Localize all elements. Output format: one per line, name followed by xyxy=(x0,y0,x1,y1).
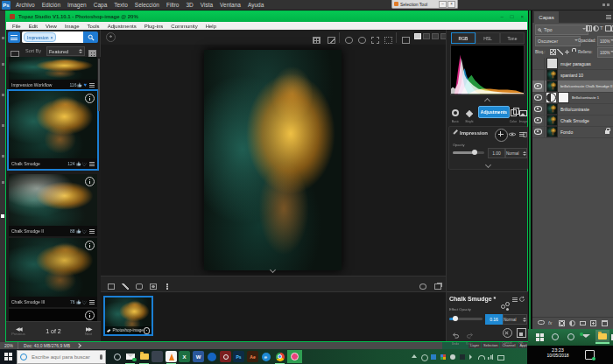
preset-card[interactable]: Chalk Smudge II 88 ♡ xyxy=(9,174,97,236)
preset-menu-icon[interactable] xyxy=(89,229,95,234)
stepper-icon[interactable] xyxy=(523,316,526,324)
microphone-icon[interactable] xyxy=(100,354,102,360)
opacity-value-select[interactable]: 100% xyxy=(597,36,613,46)
maximize-icon[interactable]: □ xyxy=(511,14,514,19)
share-icon[interactable] xyxy=(501,302,508,309)
info-icon[interactable] xyxy=(85,311,95,320)
image-button[interactable]: Image xyxy=(518,104,528,123)
tab-rgb[interactable]: RGB xyxy=(451,32,476,44)
ok-button[interactable]: OK xyxy=(516,326,526,345)
thumbs-up-icon[interactable] xyxy=(77,82,82,88)
layer-row-selected[interactable]: brillo/contraste Chalk Smudge II xyxy=(532,80,613,93)
filter-pixel-icon[interactable] xyxy=(586,25,592,32)
minimize-icon[interactable]: – xyxy=(501,14,504,19)
tab-hsl[interactable]: HSL xyxy=(476,32,500,44)
tray-app-icon[interactable] xyxy=(450,354,455,360)
menu-3d[interactable]: 3D xyxy=(186,2,193,8)
visibility-toggle[interactable] xyxy=(532,115,545,126)
menu-ventana[interactable]: Ventana xyxy=(220,2,241,8)
visibility-toggle[interactable] xyxy=(532,80,545,92)
visibility-toggle[interactable] xyxy=(532,103,545,115)
thumbs-up-icon[interactable] xyxy=(76,228,81,234)
file-explorer-active[interactable] xyxy=(595,330,609,344)
tab-selection[interactable]: Selection xyxy=(482,341,499,348)
favorite-heart-icon[interactable]: ♥ xyxy=(83,82,87,88)
collapse-chevron-icon[interactable] xyxy=(484,98,490,104)
search-input[interactable] xyxy=(30,354,95,360)
tray-battery-icon[interactable] xyxy=(497,355,504,360)
menu-adjustments[interactable]: Adjustments xyxy=(108,24,137,29)
clock[interactable]: 23:23 10/05/2018 xyxy=(538,347,578,358)
layer-mask-thumbnail[interactable] xyxy=(558,92,569,103)
tab-capas[interactable]: Capas xyxy=(534,11,559,23)
thumbs-up-icon[interactable] xyxy=(76,161,81,166)
filter-shape-icon[interactable] xyxy=(605,25,611,32)
taskbar-app-icon[interactable] xyxy=(552,333,559,340)
app-window-button[interactable] xyxy=(151,351,163,362)
panel-dot-icon[interactable] xyxy=(602,4,605,6)
color-button[interactable]: Color xyxy=(508,104,518,123)
layer-row[interactable]: spaniard 10 xyxy=(532,69,613,81)
blend-mode-select[interactable]: Oscurecer xyxy=(535,36,581,46)
sort-select[interactable]: Featured xyxy=(46,46,85,56)
photoshop-button[interactable]: Ps xyxy=(233,351,244,362)
preset-card-selected[interactable]: Chalk Smudge 124 ♡ xyxy=(9,91,97,169)
group-folder-icon[interactable] xyxy=(580,321,586,326)
eye-icon[interactable] xyxy=(509,132,516,136)
visibility-toggle[interactable] xyxy=(532,126,545,137)
mail-app-button[interactable] xyxy=(124,351,136,362)
adjustment-icon[interactable] xyxy=(569,320,575,326)
cancel-button[interactable]: Cancel xyxy=(501,326,513,345)
fill-value-select[interactable]: 100% xyxy=(597,47,613,58)
layer-thumbnail[interactable] xyxy=(546,58,558,69)
scrollbar[interactable] xyxy=(98,59,100,111)
menu-view[interactable]: View xyxy=(46,24,57,29)
new-layer-icon[interactable] xyxy=(590,320,596,326)
trash-icon[interactable] xyxy=(602,320,608,326)
tag-close-icon[interactable]: × xyxy=(50,35,53,40)
tray-app-icon[interactable] xyxy=(460,354,465,360)
taskbar-app-icon[interactable] xyxy=(567,333,574,340)
effect-blend-select[interactable]: Normal xyxy=(503,314,527,325)
close-icon[interactable]: × xyxy=(520,14,524,19)
file-explorer-button[interactable] xyxy=(138,351,150,362)
info-icon[interactable] xyxy=(85,94,95,103)
chevron-down-icon[interactable] xyxy=(485,162,491,168)
preset-menu-icon[interactable] xyxy=(89,162,95,166)
adjustments-button[interactable]: Adjustments xyxy=(478,106,510,118)
bright-button[interactable]: Bright xyxy=(462,104,476,123)
preset-menu-icon[interactable] xyxy=(89,83,95,88)
add-plus-icon[interactable] xyxy=(495,129,508,142)
link-icon[interactable] xyxy=(538,320,545,325)
menu-image[interactable]: Image xyxy=(65,24,80,29)
layer-thumbnail[interactable] xyxy=(546,115,558,126)
adjustment-layer-icon[interactable] xyxy=(546,93,556,102)
hamburger-menu-icon[interactable] xyxy=(8,32,20,43)
action-center-icon[interactable] xyxy=(585,350,595,360)
excel-button[interactable]: X xyxy=(179,351,190,362)
acrobat-button[interactable] xyxy=(220,351,231,362)
chevron-right-icon[interactable] xyxy=(76,343,81,348)
layer-row[interactable]: Fondo xyxy=(532,126,613,138)
layer-row[interactable]: Chalk Smudge xyxy=(532,115,613,127)
topaz-titlebar[interactable]: Topaz Studio V1.10.1 - Photoshop-image @… xyxy=(6,11,527,22)
minimize-icon[interactable]: – xyxy=(439,1,447,8)
menu-community[interactable]: Community xyxy=(171,24,197,29)
tray-signal-icon[interactable] xyxy=(488,354,493,360)
lock-pixels-icon[interactable] xyxy=(557,49,563,55)
layer-thumbnail[interactable] xyxy=(546,126,558,137)
favorite-heart-icon[interactable]: ♡ xyxy=(82,161,87,167)
undo-button[interactable]: Undo xyxy=(449,326,462,346)
menu-plugins[interactable]: Plug-ins xyxy=(144,24,164,29)
menu-icon[interactable] xyxy=(512,298,518,302)
task-view-button[interactable] xyxy=(111,351,123,362)
menu-vista[interactable]: Vista xyxy=(201,2,213,8)
filter-adjustment-icon[interactable] xyxy=(593,25,599,32)
redo-button[interactable]: Redo xyxy=(463,326,476,346)
active-app-button[interactable] xyxy=(287,350,302,363)
menu-imagen[interactable]: Imagen xyxy=(67,2,87,8)
preset-card[interactable]: Impression Workflow 116 ♥ xyxy=(9,57,97,90)
slider-thumb[interactable] xyxy=(453,316,458,321)
tray-volume-icon[interactable] xyxy=(469,354,472,360)
menu-filtro[interactable]: Filtro xyxy=(166,2,179,8)
